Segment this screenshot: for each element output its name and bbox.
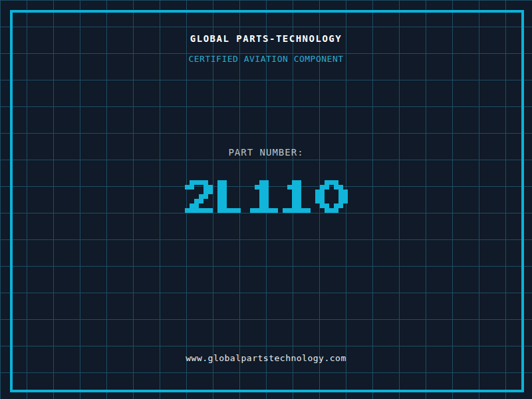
website-url: www.globalpartstechnology.com xyxy=(0,353,532,363)
part-label-page: { "page": { "background_color": "#101a28… xyxy=(0,0,532,399)
part-number-display xyxy=(0,180,532,213)
company-title: GLOBAL PARTS-TECHNOLOGY xyxy=(0,33,532,44)
certification-subtitle: CERTIFIED AVIATION COMPONENT xyxy=(0,54,532,64)
part-number-label: PART NUMBER: xyxy=(0,147,532,158)
